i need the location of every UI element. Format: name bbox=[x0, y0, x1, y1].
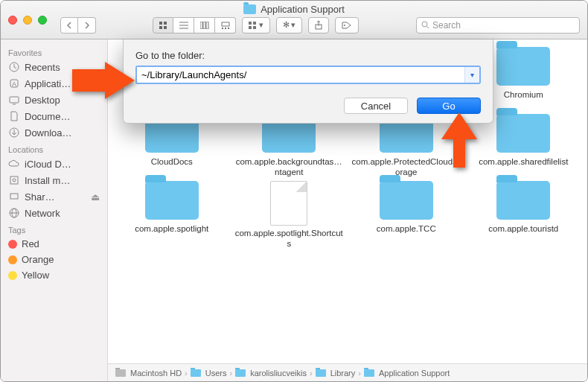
svg-rect-17 bbox=[253, 26, 256, 29]
gallery-view-button[interactable] bbox=[215, 17, 236, 34]
cancel-button[interactable]: Cancel bbox=[344, 98, 408, 114]
list-view-button[interactable] bbox=[173, 17, 194, 34]
doc-icon bbox=[8, 110, 20, 122]
folder-icon bbox=[496, 114, 550, 153]
chevron-down-icon: ▾ bbox=[259, 20, 263, 30]
column-view-button[interactable] bbox=[194, 17, 215, 34]
action-button[interactable]: ✻▾ bbox=[276, 17, 302, 34]
svg-rect-16 bbox=[249, 26, 252, 29]
sidebar-item-network[interactable]: Network bbox=[1, 205, 107, 221]
share-button[interactable] bbox=[308, 17, 329, 34]
sidebar-item-label: Red bbox=[22, 238, 39, 249]
clock-icon bbox=[8, 61, 20, 73]
tag-icon bbox=[342, 22, 352, 29]
annotation-arrow-icon bbox=[437, 112, 482, 168]
folder-icon bbox=[316, 369, 326, 377]
search-icon bbox=[421, 21, 429, 29]
window-title: Application Support bbox=[1, 4, 587, 15]
close-window-icon[interactable] bbox=[8, 16, 17, 25]
sidebar-item-downloads[interactable]: Downloa… bbox=[1, 124, 107, 141]
sidebar-item-documents[interactable]: Docume… bbox=[1, 108, 107, 124]
path-segment[interactable]: Macintosh HD bbox=[130, 369, 182, 378]
grid-item[interactable]: com.apple.spotlight bbox=[117, 181, 227, 249]
dropdown-button[interactable]: ▾ bbox=[464, 67, 479, 83]
svg-rect-7 bbox=[200, 22, 202, 29]
sidebar-item-install[interactable]: Install m… bbox=[1, 172, 107, 188]
sidebar-item-label: Applicati… bbox=[25, 78, 71, 89]
svg-point-30 bbox=[13, 179, 16, 182]
window-controls bbox=[8, 16, 47, 25]
app-icon: A bbox=[8, 77, 20, 89]
svg-rect-31 bbox=[10, 194, 18, 199]
folder-icon bbox=[496, 47, 550, 86]
cloud-icon bbox=[8, 158, 20, 170]
tags-button[interactable] bbox=[335, 17, 359, 34]
globe-icon bbox=[8, 207, 20, 219]
disk-icon bbox=[115, 369, 126, 377]
sidebar-item-icloud[interactable]: iCloud D… bbox=[1, 156, 107, 172]
item-label: com.apple.TCC bbox=[377, 224, 436, 245]
group-by-button[interactable]: ▾ bbox=[242, 17, 270, 34]
sidebar-item-shared[interactable]: Shar…⏏ bbox=[1, 188, 107, 205]
sidebar-item-label: Install m… bbox=[25, 175, 70, 186]
folder-icon bbox=[235, 369, 246, 377]
item-label: com.apple.touristd bbox=[488, 224, 558, 245]
zoom-window-icon[interactable] bbox=[38, 16, 47, 25]
window-title-text: Application Support bbox=[261, 4, 345, 15]
sidebar-tag-yellow[interactable]: Yellow bbox=[1, 267, 107, 283]
disk-icon bbox=[8, 174, 20, 186]
sidebar-item-label: Docume… bbox=[25, 111, 70, 122]
path-separator-icon: › bbox=[229, 369, 232, 378]
sidebar-item-label: iCloud D… bbox=[25, 159, 71, 170]
grid-item[interactable]: com.apple.spotlight.Shortcuts bbox=[234, 181, 345, 249]
folder-icon bbox=[243, 4, 256, 14]
grid-icon bbox=[159, 21, 167, 30]
grid-item[interactable]: com.apple.TCC bbox=[351, 181, 461, 249]
item-label: com.apple.spotlight bbox=[135, 224, 208, 245]
sidebar-item-label: Network bbox=[25, 208, 60, 219]
tag-dot-icon bbox=[8, 271, 17, 280]
forward-button[interactable] bbox=[78, 17, 96, 34]
sidebar-item-label: Downloa… bbox=[25, 127, 72, 139]
search-field[interactable]: Search bbox=[416, 17, 580, 34]
tag-dot-icon bbox=[8, 240, 17, 249]
path-segment[interactable]: Library bbox=[330, 369, 356, 378]
path-separator-icon: › bbox=[185, 369, 188, 378]
folder-path-input[interactable] bbox=[137, 67, 464, 83]
go-button[interactable]: Go bbox=[417, 98, 481, 114]
columns-icon bbox=[200, 22, 209, 29]
folder-path-combo: ▾ bbox=[135, 66, 481, 84]
folder-icon bbox=[191, 369, 201, 377]
eject-icon[interactable]: ⏏ bbox=[91, 191, 100, 203]
svg-rect-15 bbox=[253, 22, 256, 25]
path-segment[interactable]: karolisliucveikis bbox=[250, 369, 307, 378]
dialog-buttons: Cancel Go bbox=[135, 98, 481, 114]
download-icon bbox=[8, 127, 20, 139]
svg-rect-12 bbox=[225, 28, 226, 29]
chevron-right-icon bbox=[84, 22, 90, 29]
sidebar-tag-red[interactable]: Red bbox=[1, 236, 107, 252]
grid-item[interactable]: com.apple.touristd bbox=[469, 181, 579, 249]
folder-icon bbox=[364, 369, 374, 377]
icon-view-button[interactable] bbox=[153, 17, 173, 34]
svg-rect-2 bbox=[159, 26, 162, 29]
back-button[interactable] bbox=[60, 17, 78, 34]
item-label: com.apple.spotlight.Shortcuts bbox=[234, 229, 345, 249]
path-bar: Macintosh HD›Users›karolisliucveikis›Lib… bbox=[108, 363, 587, 381]
gear-icon: ✻ bbox=[283, 20, 290, 30]
chevron-down-icon: ▾ bbox=[291, 20, 295, 30]
svg-rect-29 bbox=[10, 176, 18, 184]
svg-rect-8 bbox=[203, 22, 205, 29]
desktop-icon bbox=[8, 94, 20, 106]
share-icon bbox=[315, 21, 322, 30]
svg-rect-13 bbox=[228, 28, 229, 29]
path-segment[interactable]: Users bbox=[205, 369, 227, 378]
sidebar-item-label: Orange bbox=[22, 254, 54, 265]
svg-point-21 bbox=[422, 22, 427, 27]
list-icon bbox=[179, 22, 188, 29]
item-label: com.apple.backgroundtas…ntagent bbox=[234, 157, 345, 178]
sidebar-tag-orange[interactable]: Orange bbox=[1, 252, 107, 267]
path-segment[interactable]: Application Support bbox=[379, 369, 450, 378]
minimize-window-icon[interactable] bbox=[23, 16, 32, 25]
finder-window: Application Support ▾ ✻▾ Search Fa bbox=[0, 0, 588, 382]
